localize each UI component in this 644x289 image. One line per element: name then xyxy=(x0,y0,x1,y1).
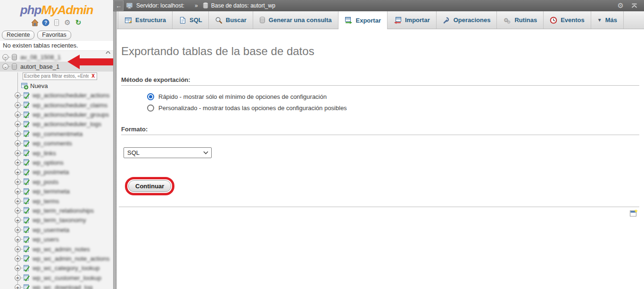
tree-item-table[interactable]: + wp_wc_category_lookup xyxy=(0,264,113,273)
format-select[interactable]: SQL xyxy=(124,147,212,158)
tree-item-table[interactable]: + wp_wc_admin_notes xyxy=(0,244,113,254)
tab-operaciones[interactable]: Operaciones xyxy=(437,11,497,29)
database-name: av_08_1508_1 xyxy=(20,54,61,61)
panel-divider[interactable] xyxy=(113,11,117,289)
tree-item-table[interactable]: + wp_termmeta xyxy=(0,186,113,196)
tree-item-table[interactable]: + wp_commentmeta xyxy=(0,129,113,138)
svg-text:⚙: ⚙ xyxy=(507,20,511,24)
favorite-tables-select[interactable]: Favoritas xyxy=(37,31,71,40)
tree-item-table[interactable]: + wp_actionscheduler_groups xyxy=(0,110,113,119)
database-icon xyxy=(203,2,208,9)
option-custom[interactable]: Personalizado - mostrar todas las opcion… xyxy=(147,104,644,112)
expand-node-icon[interactable]: + xyxy=(15,198,21,204)
routines-gears-icon: ⚙⚙ xyxy=(503,16,511,24)
breadcrumb-server[interactable]: Servidor: localhost: xyxy=(126,2,184,9)
collapse-top-icon[interactable] xyxy=(631,3,637,8)
tree-item-table[interactable]: + wp_postmeta xyxy=(0,168,113,177)
export-method-label: Método de exportación: xyxy=(121,76,639,86)
expand-node-icon[interactable]: + xyxy=(15,112,21,118)
tab-exportar[interactable]: Exportar xyxy=(339,11,388,29)
table-name: wp_links xyxy=(33,150,56,157)
annotation-ring: Continuar xyxy=(125,177,174,195)
tree-item-table[interactable]: + wp_wc_admin_note_actions xyxy=(0,254,113,263)
expand-node-icon[interactable]: + xyxy=(15,121,21,127)
expand-node-icon[interactable]: + xyxy=(15,169,21,175)
tree-item-table[interactable]: + wp_options xyxy=(0,158,113,167)
export-page: Exportando tablas de la base de datos Mé… xyxy=(117,29,644,289)
expand-node-icon[interactable]: + xyxy=(15,284,21,289)
clear-filter-button[interactable]: X xyxy=(90,73,97,79)
phpmyadmin-logo[interactable]: phpMyAdmin xyxy=(0,0,113,17)
expand-node-icon[interactable]: + xyxy=(15,246,21,252)
expand-node-icon[interactable]: + xyxy=(15,256,21,262)
option-quick[interactable]: Rápido - mostrar sólo el mínimo de opcio… xyxy=(147,93,644,100)
navigation-header-icons: ? ⚙ ↻ xyxy=(0,18,113,27)
export-icon xyxy=(345,16,353,24)
breadcrumb-database[interactable]: Base de datos: autort_wp xyxy=(203,2,275,9)
tree-item-table[interactable]: + wp_usermeta xyxy=(0,225,113,234)
expand-node-icon[interactable]: + xyxy=(15,179,21,185)
tree-item-table[interactable]: + wp_actionscheduler_logs xyxy=(0,120,113,129)
expand-node-icon[interactable]: + xyxy=(15,208,21,214)
tree-item-database[interactable]: - av_08_1508_1 xyxy=(0,52,113,62)
tab-sql[interactable]: SQL xyxy=(173,11,209,29)
help-icon[interactable]: ? xyxy=(42,19,50,26)
table-name: wp_wc_customer_lookup xyxy=(33,274,101,281)
tree-item-table[interactable]: + wp_wc_download_log xyxy=(0,282,113,289)
continue-button[interactable]: Continuar xyxy=(128,180,171,192)
tree-item-table[interactable]: + wp_users xyxy=(0,234,113,244)
tab-eventos[interactable]: Eventos xyxy=(544,11,591,29)
page-settings-icon[interactable]: ⚙ xyxy=(618,1,624,10)
expand-node-icon[interactable]: + xyxy=(15,236,21,242)
radio-custom[interactable] xyxy=(147,104,154,112)
tree-item-table[interactable]: + wp_posts xyxy=(0,177,113,186)
tree-item-table[interactable]: + wp_wc_customer_lookup xyxy=(0,273,113,282)
expand-node-icon[interactable]: + xyxy=(15,217,21,223)
table-icon xyxy=(23,169,30,176)
tree-item-table[interactable]: + wp_actionscheduler_claims xyxy=(0,100,113,110)
tree-item-table[interactable]: + wp_terms xyxy=(0,196,113,206)
open-new-window-icon[interactable] xyxy=(629,209,638,217)
expand-node-icon[interactable]: + xyxy=(15,160,21,166)
tree-item-table[interactable]: + wp_term_taxonomy xyxy=(0,216,113,225)
table-icon xyxy=(23,120,30,128)
expand-node-icon[interactable]: + xyxy=(15,227,21,233)
tree-item-table[interactable]: + wp_comments xyxy=(0,139,113,148)
expand-node-icon[interactable]: + xyxy=(15,275,21,281)
tab-estructura[interactable]: Estructura xyxy=(118,11,173,29)
collapse-node-icon[interactable]: - xyxy=(2,64,8,70)
tree-item-table[interactable]: + wp_actionscheduler_actions xyxy=(0,91,113,100)
tab-mas[interactable]: ▼ Más xyxy=(591,11,624,29)
expand-node-icon[interactable]: + xyxy=(15,131,21,137)
tab-buscar[interactable]: Buscar xyxy=(209,11,253,29)
tab-importar[interactable]: Importar xyxy=(388,11,437,29)
table-icon xyxy=(23,159,30,166)
collapse-node-icon[interactable]: - xyxy=(2,54,8,60)
navigation-panel: phpMyAdmin ? ⚙ ↻ Reciente Favoritas No e… xyxy=(0,0,113,289)
table-icon xyxy=(23,226,30,233)
expand-node-icon[interactable]: + xyxy=(15,92,21,98)
expand-node-icon[interactable]: + xyxy=(15,140,21,146)
table-list: + wp_actionscheduler_actions + wp_action… xyxy=(0,91,113,289)
hide-navigation-button[interactable]: ← xyxy=(114,0,124,11)
expand-node-icon[interactable]: + xyxy=(15,102,21,108)
expand-node-icon[interactable]: + xyxy=(15,150,21,156)
recent-tables-select[interactable]: Reciente xyxy=(2,31,34,40)
radio-quick[interactable] xyxy=(147,93,154,100)
refresh-icon[interactable]: ↻ xyxy=(74,19,82,26)
database-icon xyxy=(10,53,18,61)
tree-item-database-autort-base-1[interactable]: - autort_base_1 xyxy=(0,62,113,71)
table-icon xyxy=(23,207,30,214)
tree-item-table[interactable]: + wp_term_relationships xyxy=(0,206,113,215)
home-icon[interactable] xyxy=(31,19,39,26)
table-name: wp_commentmeta xyxy=(33,130,83,137)
tab-rutinas[interactable]: ⚙⚙ Rutinas xyxy=(497,11,544,29)
tree-item-new-table[interactable]: Nueva xyxy=(0,81,113,90)
settings-icon[interactable]: ⚙ xyxy=(64,19,71,26)
tree-item-table[interactable]: + wp_links xyxy=(0,148,113,158)
expand-node-icon[interactable]: + xyxy=(15,265,21,271)
table-filter-input[interactable] xyxy=(23,73,90,79)
docs-icon[interactable] xyxy=(53,19,60,26)
expand-node-icon[interactable]: + xyxy=(15,188,21,194)
tab-generar-consulta[interactable]: Generar una consulta xyxy=(253,11,339,29)
